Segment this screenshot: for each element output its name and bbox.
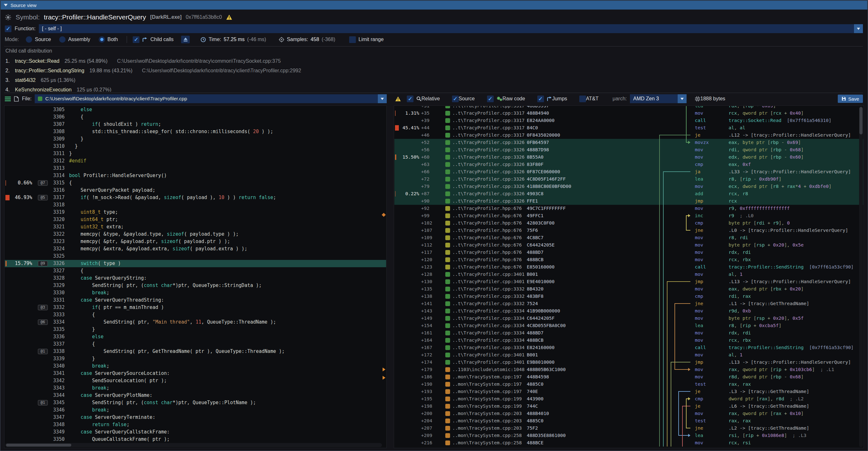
limit-range-label[interactable]: Limit range [359, 37, 383, 42]
source-line[interactable]: 3337 { [5, 340, 386, 348]
source-location[interactable]: ..t\TracyProfiler.cpp:3317 [452, 131, 525, 139]
source-line[interactable]: 3313 [5, 165, 386, 172]
source-location[interactable]: ..mon\TracySystem.cpp:197 [452, 373, 522, 381]
file-list-icon[interactable] [5, 96, 11, 101]
asm-row[interactable]: +179..1103\include\atomic:1048488B05B63C… [394, 366, 863, 373]
asm-row[interactable]: +79..t\TracyProfiler.cpp:3326418B8C80E0B… [394, 183, 863, 190]
source-line[interactable]: 3331 case ServerQueryThreadString: [5, 297, 386, 304]
child-calls-checkbox[interactable] [133, 36, 140, 43]
source-line[interactable]: 3308 std::this_thread::sleep_for( std::c… [5, 128, 386, 136]
collapse-icon[interactable] [4, 4, 8, 8]
source-line[interactable]: 46.93%@53317 if( !m_sock->Read( &payload… [5, 194, 386, 201]
source-location[interactable]: ..t\TracyProfiler.hpp:676 [452, 241, 522, 249]
source-line[interactable]: 3316 ServerQueryPacket payload; [5, 187, 386, 194]
asm-count-badge[interactable]: @6 [38, 320, 48, 325]
scrollbar-thumb[interactable] [6, 444, 71, 447]
asm-row[interactable]: +92..t\TracyProfiler.hpp:67649C7C1FFFFFF… [394, 205, 863, 212]
source-location[interactable]: ..mon\TracySystem.cpp:258 [452, 439, 522, 447]
radio-assembly-label[interactable]: Assembly [68, 37, 90, 42]
asm-row[interactable]: +117..t\TracyProfiler.hpp:676488BD7movrd… [394, 249, 863, 256]
asm-row[interactable]: +198..mon\TracySystem.cpp:199744Cje.L6 -… [394, 402, 863, 410]
source-location[interactable]: ..t\TracyProfiler.hpp:676 [452, 227, 522, 234]
source-line[interactable]: 3350 QueueCallstackFrame( ptr ); [5, 436, 386, 442]
asm-count-badge[interactable]: @3 [38, 305, 48, 310]
asm-row[interactable]: +186..mon\TracySystem.cpp:197448B4598mov… [394, 373, 863, 381]
source-location[interactable]: ..t\TracyProfiler.hpp:676 [452, 263, 522, 271]
asm-row[interactable]: +123..t\TracyProfiler.hpp:676E850160000c… [394, 263, 863, 271]
source-location[interactable]: ..t\TracyProfiler.cpp:3334 [452, 329, 525, 337]
source-location[interactable]: ..t\TracyProfiler.cpp:3326 [452, 139, 525, 146]
horizontal-scrollbar[interactable] [5, 443, 382, 447]
source-line[interactable]: 3341 case ServerQuerySourceLocation: [5, 370, 386, 377]
warning-icon[interactable] [226, 14, 232, 20]
source-line[interactable]: @13345 SendString( ptr, (const char*)ptr… [5, 399, 386, 407]
source-location[interactable]: ..t\TracyProfiler.cpp:3317 [452, 110, 525, 117]
source-line[interactable]: 3335 } [5, 326, 386, 333]
function-combo[interactable]: [ - self - ] [39, 24, 863, 33]
limit-range-checkbox[interactable] [349, 36, 356, 43]
source-location[interactable]: ..t\TracyProfiler.hpp:676 [452, 249, 522, 256]
raw-code-label[interactable]: Raw code [503, 96, 525, 101]
function-checkbox[interactable] [5, 26, 11, 32]
source-location[interactable]: ..mon\TracySystem.cpp:203 [452, 410, 522, 417]
warning-icon[interactable] [395, 96, 401, 101]
asm-row[interactable]: +52..t\TracyProfiler.cpp:33260FB64597mov… [394, 139, 863, 146]
source-location[interactable]: ..t\TracyProfiler.cpp:3326 [452, 190, 525, 198]
asm-row[interactable]: +72..t\TracyProfiler.cpp:33264C8D05F146F… [394, 176, 863, 183]
source-line[interactable]: 3336 else [5, 333, 386, 340]
asm-row[interactable]: +56..t\TracyProfiler.cpp:3326488B7D98mov… [394, 146, 863, 153]
chevron-down-icon[interactable] [378, 94, 387, 103]
source-location[interactable]: ..t\TracyProfiler.cpp:3326 [452, 183, 525, 190]
source-line[interactable]: 3311} [5, 150, 386, 157]
source-location[interactable]: ..t\TracyProfiler.cpp:3334 [452, 307, 525, 315]
source-line[interactable]: 3348 return false; [5, 421, 386, 428]
child-calls-label[interactable]: Child calls [150, 37, 174, 42]
asm-row[interactable]: +200..mon\TracySystem.cpp:203488B4010mov… [394, 410, 863, 417]
asm-row[interactable]: +135..t\TracyProfiler.cpp:33328B4320move… [394, 285, 863, 293]
source-location[interactable]: ..t\TracyProfiler.cpp:3401 [452, 351, 525, 359]
source-location[interactable]: ..t\TracyProfiler.cpp:3326 [452, 161, 525, 168]
asm-row[interactable]: +141..t\TracyProfiler.cpp:33327524jne.L1… [394, 300, 863, 307]
source-location[interactable]: ..mon\TracySystem.cpp:197 [452, 381, 522, 388]
source-line[interactable]: 0.66%@73315{ [5, 179, 386, 187]
source-location[interactable]: ..t\TracyProfiler.hpp:676 [452, 205, 522, 212]
source-line[interactable]: 3333 { [5, 311, 386, 319]
att-label[interactable]: AT&T [586, 96, 599, 101]
source-line[interactable]: 3320 uint64_t ptr; [5, 216, 386, 223]
source-line[interactable]: 3325 [5, 252, 386, 260]
source-line[interactable]: 3339 } [5, 355, 386, 362]
source-location[interactable]: ..mon\TracySystem.cpp:199 [452, 395, 522, 402]
source-line[interactable]: 3346 break; [5, 407, 386, 414]
source-line[interactable]: 3318 [5, 201, 386, 209]
asm-row[interactable]: +193..mon\TracySystem.cpp:197740Eje.L3 -… [394, 388, 863, 395]
source-location[interactable]: ..t\TracyProfiler.cpp:3326 [452, 168, 525, 176]
source-location[interactable]: ..1103\include\atomic:1048 [452, 366, 525, 373]
source-location[interactable]: ..t\TracyProfiler.cpp:3334 [452, 322, 525, 329]
radio-source[interactable] [26, 36, 32, 43]
source-location[interactable]: ..t\TracyProfiler.cpp:3326 [452, 153, 525, 161]
asm-count-badge[interactable]: @5 [38, 195, 48, 200]
asm-row[interactable]: +39..t\TracyProfiler.cpp:3317E824AA0000c… [394, 117, 863, 124]
asm-row[interactable]: 45.41%+44..t\TracyProfiler.cpp:331784C0t… [394, 124, 863, 131]
source-location[interactable]: ..mon\TracySystem.cpp:203 [452, 425, 522, 432]
source-location[interactable]: ..t\TracyProfiler.hpp:676 [452, 256, 522, 263]
asm-row[interactable]: +207..mon\TracySystem.cpp:20375F2jne.L2 … [394, 425, 863, 432]
asm-row[interactable]: +46..t\TracyProfiler.cpp:33170F843502000… [394, 131, 863, 139]
source-location[interactable]: ..t\TracyProfiler.cpp:3326 [452, 198, 525, 205]
asm-row[interactable]: +138..t\TracyProfiler.cpp:3332483BF8cmpr… [394, 293, 863, 300]
source-line[interactable]: @33332 if( ptr == m_mainThread ) [5, 304, 386, 311]
source-location[interactable]: ..t\TracyProfiler.cpp:3332 [452, 285, 525, 293]
source-line[interactable]: 3323 memcpy( &ptr, &payload.ptr, sizeof(… [5, 238, 386, 245]
asm-row[interactable]: +172..t\TracyProfiler.cpp:3401B001moval,… [394, 351, 863, 359]
source-location[interactable]: ..t\TracyProfiler.cpp:3334 [452, 344, 525, 351]
asm-row[interactable]: +204..mon\TracySystem.cpp:2034885C0testr… [394, 417, 863, 425]
relative-label[interactable]: Relative [422, 96, 440, 101]
chevron-down-icon[interactable] [678, 94, 687, 103]
save-button[interactable]: Save [838, 95, 863, 103]
asm-row[interactable]: +143..t\TracyProfiler.cpp:333441B90B0000… [394, 307, 863, 315]
asm-row[interactable]: +161..t\TracyProfiler.cpp:3334488BD7movr… [394, 329, 863, 337]
asm-row[interactable]: +209..mon\TracySystem.cpp:258488D35E8861… [394, 432, 863, 439]
asm-row[interactable]: +130..t\TracyProfiler.cpp:3401E9E4010000… [394, 278, 863, 285]
asm-row[interactable]: +174..t\TracyProfiler.cpp:3401E9B8010000… [394, 359, 863, 366]
asm-row[interactable]: +128..t\TracyProfiler.cpp:3401B001moval,… [394, 271, 863, 278]
